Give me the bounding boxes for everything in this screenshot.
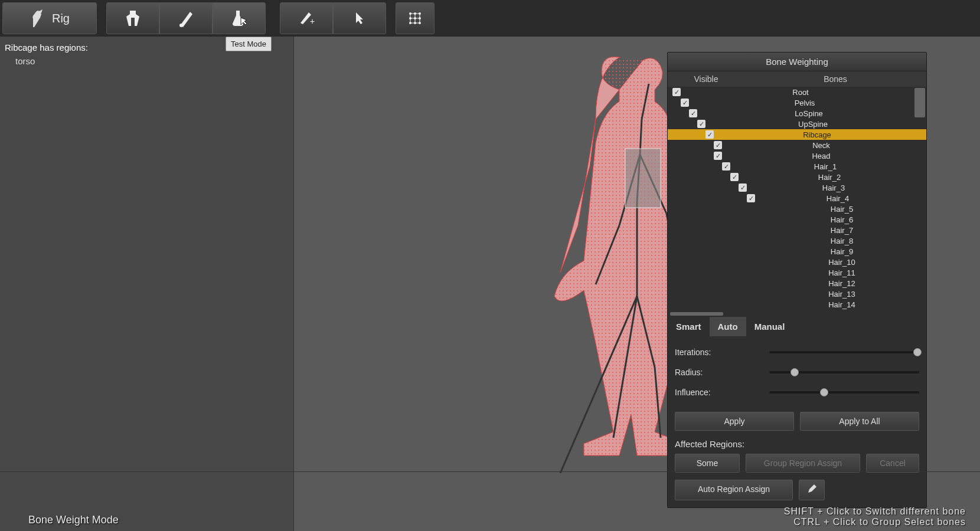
apply-button[interactable]: Apply <box>675 412 794 431</box>
bone-row-hair_12[interactable]: Hair_12 <box>668 278 926 289</box>
some-button[interactable]: Some <box>675 454 740 473</box>
select-button[interactable] <box>333 2 386 34</box>
radius-slider[interactable] <box>769 371 919 373</box>
bone-checkbox[interactable]: ✓ <box>714 152 722 160</box>
edit-region-button[interactable] <box>799 480 825 500</box>
bone-row-hair_10[interactable]: Hair_10 <box>668 257 926 267</box>
bone-row-hair_2[interactable]: ✓Hair_2 <box>668 172 926 182</box>
bone-list-hscroll[interactable] <box>668 311 926 317</box>
panel-title: Bone Weighting <box>668 53 926 71</box>
bone-row-hair_13[interactable]: Hair_13 <box>668 289 926 299</box>
bone-checkbox[interactable]: ✓ <box>681 99 689 107</box>
bone-label: Hair_12 <box>763 279 926 288</box>
bone-label: Hair_2 <box>739 173 926 182</box>
affected-regions-label: Affected Regions: <box>668 434 926 450</box>
cancel-button[interactable]: Cancel <box>866 454 919 473</box>
radius-label: Radius: <box>675 368 769 377</box>
svg-point-0 <box>179 24 183 27</box>
bone-checkbox[interactable]: ✓ <box>722 162 730 171</box>
test-mode-button[interactable] <box>213 2 266 34</box>
mesh-button[interactable] <box>106 2 159 34</box>
svg-rect-27 <box>625 149 661 208</box>
pencil-icon <box>807 484 816 494</box>
iterations-slider[interactable] <box>769 351 919 353</box>
bone-label: Hair_10 <box>763 258 926 267</box>
bone-list-scrollbar[interactable] <box>914 88 925 117</box>
bone-row-hair_6[interactable]: Hair_6 <box>668 214 926 225</box>
bone-checkbox[interactable]: ✓ <box>705 130 714 139</box>
bone-row-hair_5[interactable]: Hair_5 <box>668 204 926 214</box>
bone-label: Hair_13 <box>763 290 926 299</box>
tab-smart[interactable]: Smart <box>668 317 710 336</box>
bone-row-neck[interactable]: ✓Neck <box>668 140 926 150</box>
bone-label: Hair_1 <box>730 162 926 171</box>
tab-auto[interactable]: Auto <box>710 317 746 336</box>
bone-label: Hair_9 <box>763 247 926 256</box>
bone-label: Ribcage <box>714 130 926 139</box>
bone-checkbox[interactable]: ✓ <box>739 183 747 192</box>
bone-label: UpSpine <box>705 120 926 129</box>
bone-row-upspine[interactable]: ✓UpSpine <box>668 119 926 129</box>
grid-button[interactable] <box>396 2 435 34</box>
bone-checkbox[interactable]: ✓ <box>730 173 739 181</box>
bone-row-root[interactable]: ✓Root <box>668 87 926 97</box>
edit-tool-group: + <box>280 2 386 34</box>
hscroll-thumb[interactable] <box>670 312 723 316</box>
weighting-tabs: Smart Auto Manual <box>668 317 926 336</box>
mode-rig-button[interactable]: Rig <box>2 2 97 34</box>
region-item[interactable]: torso <box>15 56 289 66</box>
grid-icon <box>408 11 422 25</box>
bone-label: Hair_4 <box>755 194 926 203</box>
bone-weighting-panel: Bone Weighting Visible Bones ✓Root✓Pelvi… <box>667 52 927 508</box>
influence-slider[interactable] <box>769 391 919 394</box>
bone-row-hair_1[interactable]: ✓Hair_1 <box>668 161 926 172</box>
brush-button[interactable] <box>159 2 213 34</box>
bone-label: Hair_5 <box>763 205 926 214</box>
bone-row-hair_3[interactable]: ✓Hair_3 <box>668 182 926 193</box>
iterations-label: Iterations: <box>675 348 769 357</box>
region-row-2: Auto Region Assign <box>668 476 926 507</box>
col-visible[interactable]: Visible <box>668 71 744 87</box>
tooltip: Test Mode <box>226 37 272 51</box>
bone-row-lospine[interactable]: ✓LoSpine <box>668 108 926 119</box>
rig-icon <box>30 8 46 28</box>
bone-checkbox[interactable]: ✓ <box>697 120 705 128</box>
mode-label: Rig <box>52 12 70 25</box>
bone-checkbox[interactable]: ✓ <box>714 141 722 149</box>
bone-label: Neck <box>722 141 926 150</box>
add-brush-button[interactable]: + <box>280 2 333 34</box>
bone-checkbox[interactable]: ✓ <box>689 109 697 117</box>
group-region-assign-button[interactable]: Group Region Assign <box>746 454 860 473</box>
bone-checkbox[interactable]: ✓ <box>672 88 681 96</box>
bone-list[interactable]: ✓Root✓Pelvis✓LoSpine✓UpSpine✓Ribcage✓Nec… <box>668 87 926 311</box>
rig-tool-group <box>106 2 266 34</box>
left-regions-panel: Ribcage has regions: torso <box>0 37 294 531</box>
bone-row-hair_14[interactable]: Hair_14 <box>668 299 926 310</box>
bone-row-hair_11[interactable]: Hair_11 <box>668 267 926 278</box>
slider-section: Iterations: Radius: Influence: <box>668 336 926 408</box>
col-bones[interactable]: Bones <box>744 71 926 87</box>
bone-row-hair_9[interactable]: Hair_9 <box>668 246 926 257</box>
hint-shift: SHIFT + Click to Switch different bone <box>784 506 966 517</box>
status-mode: Bone Weight Mode <box>28 514 119 526</box>
tab-manual[interactable]: Manual <box>746 317 793 336</box>
bone-row-head[interactable]: ✓Head <box>668 150 926 161</box>
bone-checkbox[interactable]: ✓ <box>747 194 755 202</box>
apply-all-button[interactable]: Apply to All <box>800 412 919 431</box>
brush-plus-icon: + <box>298 10 315 27</box>
bone-row-hair_4[interactable]: ✓Hair_4 <box>668 193 926 204</box>
svg-text:+: + <box>310 17 315 26</box>
bone-table-header: Visible Bones <box>668 71 926 87</box>
bone-row-hair_8[interactable]: Hair_8 <box>668 235 926 246</box>
hint-ctrl: CTRL + Click to Group Select bones <box>784 517 966 527</box>
bone-row-hair_7[interactable]: Hair_7 <box>668 225 926 235</box>
torso-icon <box>124 8 142 28</box>
bone-label: Hair_3 <box>747 183 926 192</box>
flask-cursor-icon <box>229 8 249 28</box>
bone-label: Root <box>681 88 926 97</box>
auto-region-assign-button[interactable]: Auto Region Assign <box>675 480 793 500</box>
influence-label: Influence: <box>675 388 769 397</box>
bone-label: Head <box>722 152 926 160</box>
bone-row-pelvis[interactable]: ✓Pelvis <box>668 97 926 108</box>
bone-row-ribcage[interactable]: ✓Ribcage <box>668 129 926 140</box>
